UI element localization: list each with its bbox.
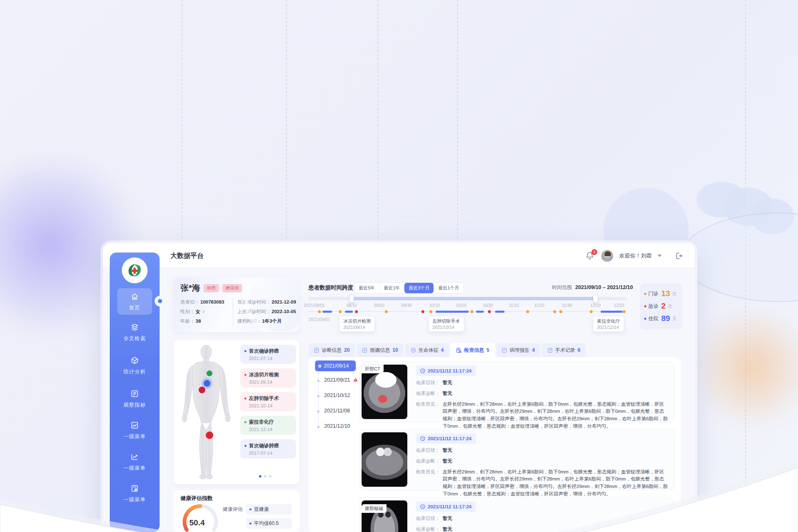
pathology-report-icon [502,348,507,353]
health-assessment-value: 亚健康 [254,506,269,513]
axis-tick: 09/20 [374,303,384,308]
sidebar-item-label: 全文检索 [117,335,152,342]
clock-icon [420,368,425,373]
mri-scan-thumbnail[interactable] [362,432,407,487]
axis-tick: 11/30 [562,303,572,308]
axis-tick: 10/10 [429,303,440,308]
body-event-item[interactable]: 首次确诊肺癌 2021-07-14 [240,345,296,364]
info-tabs: 诊断信息20 医嘱信息10 生命体征4 检查信息5 病理报告4 手术记录6 [308,343,586,357]
timeline-event-marker [421,310,424,313]
field-label: 性别： [180,307,195,316]
sidebar-item-indicators[interactable]: 观察指标 [117,390,152,409]
slider-handle-start[interactable] [349,295,354,302]
sidebar-item-label: 一级菜单 [117,433,152,440]
rail-dot [317,426,320,428]
body-event-item[interactable]: 左肺切除手术 2021-10-14 [240,392,296,411]
body-marker-green[interactable] [207,370,212,376]
timeline-event-marker [436,311,469,313]
axis-tick: 12/20 [614,303,624,308]
event-date: 2021-10-14 [249,403,292,408]
window-header: 大数据平台 5 欢迎你！刘霞 [103,243,695,267]
range-button-3m[interactable]: 最近3个月 [404,283,434,293]
patient-info-card: 张*海 肺癌 糖尿病 患者ID：100783083 性别：女♀ 年龄：38 首次… [174,277,298,332]
field-label: 年龄： [180,316,195,326]
event-dot [244,421,246,423]
body-event-item[interactable]: 冰冻切片检测 2021-09-14 [240,368,296,387]
body-marker-blue[interactable] [204,380,210,387]
app-window: 大数据平台 5 欢迎你！刘霞 [103,243,695,532]
range-button-5y[interactable]: 最近5年 [355,283,379,293]
sidebar-item-statistics[interactable]: 统计分析 [117,356,152,375]
event-list-pagination [259,475,271,478]
orange-blob-decoration [690,307,798,428]
body-event-item[interactable]: 索拉非化疗 2021-12-14 [240,416,296,435]
tab-diagnosis[interactable]: 诊断信息20 [308,343,355,357]
sidebar-item-menu-1[interactable]: 一级菜单 [117,421,152,440]
chip-dot [249,522,251,525]
logout-button[interactable] [675,252,683,260]
stat-label: 急诊 [648,303,658,310]
date-rail-item-active[interactable]: 2021/09/14 [315,360,356,371]
tab-count: 6 [578,347,581,353]
exam-time: 2021/11/12 11:17:24 [428,504,472,509]
notification-bell-button[interactable]: 5 [585,251,595,261]
tab-label: 诊断信息 [322,347,342,354]
date-rail-item[interactable]: 2021/10/12 [324,392,350,398]
field-label: 临床症状： [416,515,443,522]
chevron-down-icon[interactable] [658,255,662,257]
axis-tick: 10/20 [456,303,466,308]
sidebar-item-menu-3[interactable]: 一级菜单 [117,484,152,503]
stat-unit: 天 [672,316,677,322]
sidebar-item-fulltext-search[interactable]: 全文检索 [117,323,152,342]
time-range-value: 2021/09/10 – 2021/12/10 [575,284,633,290]
body-map-card: 首次确诊肺癌 2021-07-14 冰冻切片检测 2021-09-14 左肺切除… [174,340,299,484]
exam-time: 2021/11/12 11:17:24 [428,368,472,373]
health-average-value: 平均值60.5 [254,520,278,527]
date-rail-date: 2021/09/14 [324,363,349,369]
time-range-slider[interactable] [308,297,626,300]
date-rail-item[interactable]: 2021/11/08 [324,408,350,414]
logout-icon [675,252,683,260]
date-rail-item[interactable]: 2021/12/10 [324,423,350,429]
date-rail-item[interactable]: 2021/09/21 [324,377,358,383]
event-title: 索拉非化疗 [249,419,274,426]
body-marker-red-knee[interactable] [206,431,213,439]
active-date-ring [318,365,321,368]
sidebar: 首页 全文检索 统计分析 观察指标 一级菜单 [110,253,160,532]
event-tooltip-title: 左肺切除手术 [433,318,460,324]
human-body-figure [176,343,239,480]
tab-pathology[interactable]: 病理报告4 [496,343,540,357]
timeline-event-marker [590,310,593,313]
range-button-1m[interactable]: 最近1个月 [434,283,463,293]
pagination-dot[interactable] [269,475,271,478]
stat-dot [644,318,646,320]
tab-vitals[interactable]: 生命体征4 [405,343,449,357]
patient-id: 100783083 [200,297,224,307]
rail-dot [317,410,320,413]
pagination-dot[interactable] [259,475,261,478]
range-button-1y[interactable]: 最近1年 [379,283,404,293]
health-card-title: 健康评估指数 [180,495,213,502]
exam-type-tag: 肝部CT [362,365,384,373]
slider-handle-end[interactable] [593,295,598,302]
body-event-item[interactable]: 首次确诊肺癌 2017-07-14 [240,439,296,458]
body-marker-red-abdomen[interactable] [199,387,205,393]
tab-label: 医嘱信息 [370,347,390,354]
pagination-dot[interactable] [264,475,266,478]
chart-image-icon [131,421,139,429]
tab-surgery[interactable]: 手术记录6 [542,343,586,357]
sidebar-item-home[interactable]: 首页 [117,288,152,315]
timeline-event-marker [385,310,388,313]
tab-exams[interactable]: 检查信息5 [451,343,495,357]
health-row-chip: 亚健康 [246,504,292,515]
tab-orders[interactable]: 医嘱信息10 [357,343,403,357]
timeline-event-marker [355,310,358,313]
tab-label: 生命体征 [419,347,438,354]
axis-tick: 09/10 [346,303,357,308]
avatar[interactable] [601,250,613,262]
warning-icon [353,377,358,383]
stat-label: 住院 [648,315,658,322]
sidebar-item-menu-2[interactable]: 一级菜单 [117,453,152,472]
clock-icon [420,436,425,441]
sidebar-item-label: 首页 [117,304,152,311]
